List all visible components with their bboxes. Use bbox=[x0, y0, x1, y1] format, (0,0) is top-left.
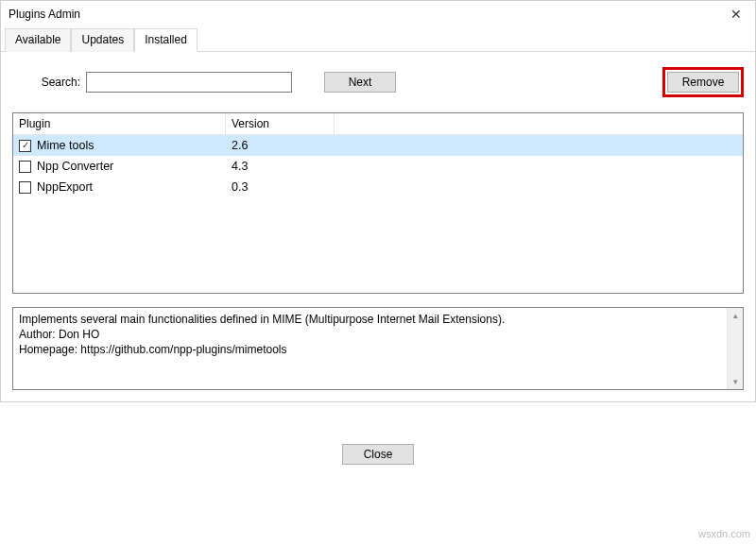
dialog-footer: Close bbox=[0, 444, 756, 474]
window-close-button[interactable]: ✕ bbox=[717, 1, 755, 27]
close-icon: ✕ bbox=[730, 7, 742, 22]
chevron-up-icon[interactable]: ▴ bbox=[733, 308, 738, 323]
list-row[interactable]: Npp Converter 4.3 bbox=[13, 156, 743, 177]
plugin-version: 2.6 bbox=[226, 135, 335, 156]
watermark: wsxdn.com bbox=[698, 528, 750, 539]
titlebar: Plugins Admin ✕ bbox=[1, 1, 755, 27]
description-scrollbar[interactable]: ▴ ▾ bbox=[727, 308, 743, 389]
plugin-version: 0.3 bbox=[226, 177, 335, 197]
checkbox-icon[interactable]: ✓ bbox=[19, 140, 31, 152]
list-row[interactable]: ✓ Mime tools 2.6 bbox=[13, 135, 743, 156]
list-row[interactable]: NppExport 0.3 bbox=[13, 177, 743, 197]
tab-updates[interactable]: Updates bbox=[71, 28, 134, 52]
column-header-plugin[interactable]: Plugin bbox=[13, 113, 226, 134]
plugin-version: 4.3 bbox=[226, 156, 335, 177]
chevron-down-icon[interactable]: ▾ bbox=[733, 374, 738, 389]
tabs: Available Updates Installed bbox=[1, 27, 755, 52]
checkbox-icon[interactable] bbox=[19, 181, 31, 194]
plugins-admin-window: Plugins Admin ✕ Available Updates Instal… bbox=[0, 0, 756, 402]
plugins-list[interactable]: Plugin Version ✓ Mime tools 2.6 Npp Conv… bbox=[12, 112, 744, 294]
tab-installed[interactable]: Installed bbox=[134, 28, 198, 52]
search-row: Search: Next Remove bbox=[12, 67, 744, 97]
plugin-name: Mime tools bbox=[37, 139, 94, 152]
plugins-list-header: Plugin Version bbox=[13, 113, 743, 135]
remove-button[interactable]: Remove bbox=[667, 72, 739, 93]
search-input[interactable] bbox=[86, 72, 292, 93]
plugin-description: Implements several main functionalities … bbox=[12, 307, 744, 390]
description-line: Author: Don HO bbox=[19, 327, 737, 342]
checkbox-icon[interactable] bbox=[19, 161, 31, 173]
description-line: Implements several main functionalities … bbox=[19, 312, 737, 327]
tab-available[interactable]: Available bbox=[5, 28, 71, 52]
description-line: Homepage: https://github.com/npp-plugins… bbox=[19, 342, 737, 357]
remove-highlight: Remove bbox=[662, 67, 744, 97]
close-button[interactable]: Close bbox=[342, 444, 414, 465]
plugin-name: NppExport bbox=[37, 180, 93, 194]
tab-panel-installed: Search: Next Remove Plugin Version ✓ Mim… bbox=[1, 52, 755, 401]
search-label: Search: bbox=[12, 76, 86, 89]
column-header-version[interactable]: Version bbox=[226, 113, 335, 134]
next-button[interactable]: Next bbox=[324, 72, 396, 93]
window-title: Plugins Admin bbox=[9, 8, 80, 21]
plugin-name: Npp Converter bbox=[37, 160, 113, 173]
